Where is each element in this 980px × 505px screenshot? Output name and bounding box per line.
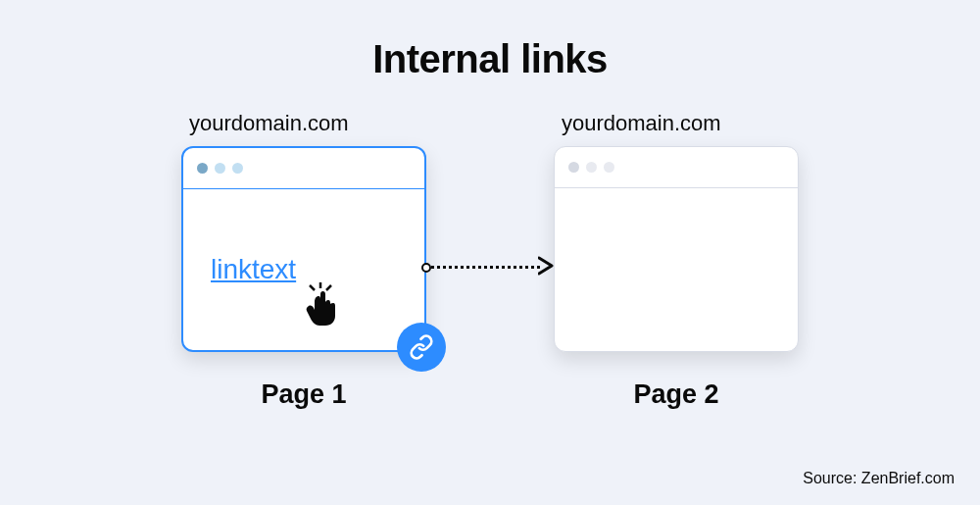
connector-start-dot-icon (421, 263, 431, 273)
pointer-cursor-icon (301, 282, 340, 327)
window-dot-icon (232, 163, 243, 174)
page1-domain-label: yourdomain.com (189, 111, 349, 136)
connector-dotted-line (431, 266, 540, 269)
page2-domain-label: yourdomain.com (562, 111, 721, 136)
window-dot-icon (604, 162, 614, 173)
browser-header-page1 (183, 148, 424, 189)
page2-group: yourdomain.com Page 2 (554, 111, 799, 410)
svg-line-1 (310, 285, 315, 290)
browser-header-page2 (555, 147, 798, 188)
connector-arrow (426, 258, 554, 278)
window-dot-icon (197, 163, 208, 174)
link-badge-icon (397, 323, 446, 372)
browser-body-page2 (555, 188, 798, 351)
browser-window-page1: linktext (181, 146, 426, 352)
diagram-container: yourdomain.com linktext (0, 111, 980, 410)
window-dot-icon (215, 163, 225, 174)
source-attribution: Source: ZenBrief.com (803, 470, 955, 487)
internal-link[interactable]: linktext (211, 254, 296, 285)
page1-label: Page 1 (261, 379, 346, 410)
browser-body-page1: linktext (183, 189, 424, 350)
page2-label: Page 2 (633, 379, 718, 410)
browser-window-page2 (554, 146, 799, 352)
window-dot-icon (568, 162, 579, 173)
page1-group: yourdomain.com linktext (181, 111, 426, 410)
window-dot-icon (586, 162, 597, 173)
svg-line-2 (326, 285, 331, 290)
diagram-title: Internal links (0, 0, 980, 81)
